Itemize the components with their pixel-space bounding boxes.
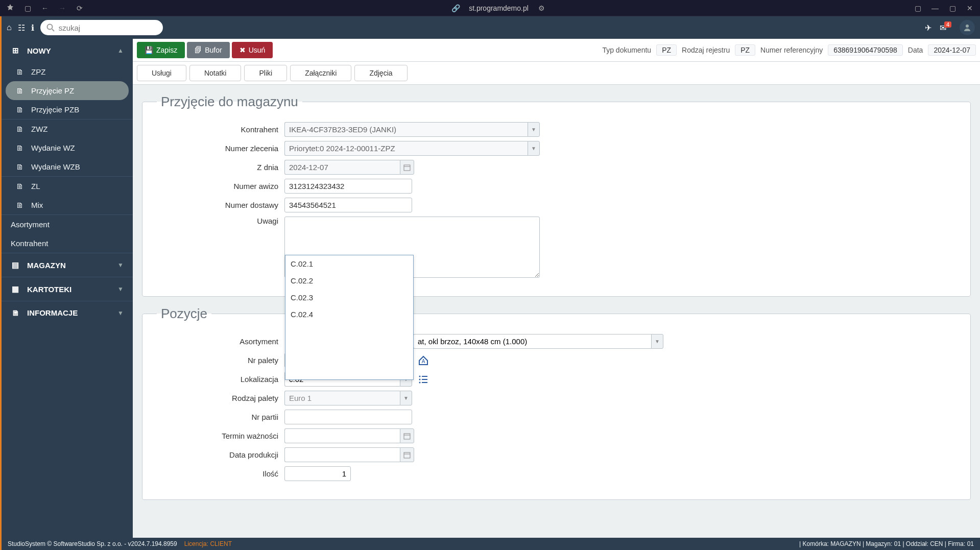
svg-text:A: A [422,358,425,364]
back-icon[interactable]: ← [41,4,49,12]
chevron-up-icon: ▲ [117,47,124,54]
usun-button[interactable]: ✖ Usuń [232,42,273,58]
panel-icon[interactable]: ▢ [914,4,922,12]
calendar-icon [403,164,411,171]
sidebar-item-label: ZWZ [31,125,47,133]
dropdown-button[interactable]: ▼ [651,334,663,349]
sidebar-section-nowy[interactable]: ⊞ NOWY ▲ [2,39,133,62]
sidebar-item-zwz[interactable]: 🗎 ZWZ [2,119,133,138]
sidebar-item-asortyment[interactable]: Asortyment [2,215,133,234]
tab-zdjecia[interactable]: Zdjęcia [354,65,407,81]
delete-icon: ✖ [240,46,246,54]
sidebar-item-label: Wydanie WZ [31,144,75,152]
sidebar-item-wydanie-wz[interactable]: 🗎 Wydanie WZ [2,138,133,157]
list-icon[interactable]: ☷ [18,23,25,33]
tab-zalaczniki[interactable]: Załączniki [290,65,351,81]
meta-typ-value: PZ [656,44,677,56]
numer-zlecenia-combo[interactable]: ▼ [284,141,540,156]
sidebar-label: NOWY [27,46,51,55]
zapisz-button[interactable]: 💾 Zapisz [137,42,185,58]
scan-icon: A [418,355,429,366]
minimize-icon[interactable]: — [931,4,939,12]
calendar-button[interactable] [400,160,414,175]
info-icon[interactable]: ℹ [31,23,34,33]
svg-point-6 [419,375,421,377]
doc-icon: 🗎 [15,105,24,114]
tab-notatki[interactable]: Notatki [189,65,242,81]
panel-pozycje: Pozycje Asortyment ▼ Nr palety A Lokaliz… [142,306,971,500]
plane-icon[interactable]: ✈ [925,23,931,33]
meta-data-value: 2024-12-07 [928,44,976,56]
sidebar-item-przyjecie-pz[interactable]: 🗎 Przyjęcie PZ [6,81,129,100]
dropdown-option[interactable]: C.02.3 [285,289,413,306]
maximize-icon[interactable]: ▢ [948,4,957,12]
sidebar-item-wydanie-wzb[interactable]: 🗎 Wydanie WZB [2,157,133,176]
meta-numer-value: 6386919064790598 [828,44,903,56]
sidebar-label: KARTOTEKI [27,285,71,294]
dropdown-option[interactable]: C.02.1 [285,255,413,272]
numer-awizo-input[interactable] [284,179,412,194]
data-prod-input[interactable] [284,447,400,462]
dropdown-button[interactable]: ▼ [528,122,540,137]
footer-status: | Komórka: MAGAZYN | Magazyn: 01 | Oddzi… [799,540,974,547]
reload-icon[interactable]: ⟳ [76,4,84,12]
sidebar-section-informacje[interactable]: 🗎 INFORMACJE ▼ [2,301,133,324]
label-asortyment: Asortyment [157,337,284,346]
panel-legend: Pozycje [157,306,211,322]
bufor-button[interactable]: 🗐 Bufor [187,42,229,58]
label-z-dnia: Z dnia [157,163,284,172]
search-input[interactable] [59,23,157,32]
svg-point-8 [419,378,421,380]
browser-chrome: ▢ ← → ⟳ 🔗 st.programdemo.pl ⚙ ▢ — ▢ ✕ [0,0,980,16]
tabs: Usługi Notatki Pliki Załączniki Zdjęcia [133,62,980,85]
tab-uslugi[interactable]: Usługi [137,65,186,81]
sidebar-section-kartoteki[interactable]: ▦ KARTOTEKI ▼ [2,277,133,301]
label-nr-partii: Nr partii [157,413,284,421]
sidebar-item-label: ZPZ [31,67,45,76]
label-uwagi: Uwagi [157,217,284,225]
tune-icon[interactable]: ⚙ [538,4,546,12]
kontrahent-combo[interactable]: ▼ [284,122,540,137]
numer-dostawy-input[interactable] [284,198,412,212]
sidebar-section-magazyn[interactable]: ▤ MAGAZYN ▼ [2,253,133,277]
meta-label: Typ dokumentu [602,46,651,54]
label-rodzaj-palety: Rodzaj palety [157,394,284,402]
termin-input[interactable] [284,428,400,443]
sidebar-item-zl[interactable]: 🗎 ZL [2,177,133,196]
dropdown-button[interactable]: ▼ [528,141,540,156]
scan-button[interactable]: A [416,353,431,368]
home-icon[interactable]: ⌂ [7,23,12,32]
forward-icon[interactable]: → [58,4,66,12]
ilosc-input[interactable] [284,466,351,481]
doc-icon: 🗎 [15,162,24,171]
footer-copyright: StudioSystem © SoftwareStudio Sp. z o.o.… [8,540,177,547]
calendar-button[interactable] [400,447,414,462]
sidebar-toggle-icon[interactable]: ▢ [23,4,32,12]
z-dnia-input[interactable] [284,160,400,175]
sidebar-item-przyjecie-pzb[interactable]: 🗎 Przyjęcie PZB [2,100,133,119]
rodzaj-palety-input[interactable] [284,391,400,405]
numer-zlecenia-input[interactable] [284,141,528,156]
lokalizacja-dropdown[interactable]: C.02.1 C.02.2 C.02.3 C.02.4 [285,255,414,380]
sidebar-item-zpz[interactable]: 🗎 ZPZ [2,62,133,81]
kontrahent-input[interactable] [284,122,528,137]
asortyment-input[interactable] [413,334,651,349]
dropdown-option[interactable]: C.02.4 [285,306,413,323]
list-button[interactable] [416,372,431,387]
doc-icon: 🗎 [15,86,24,95]
close-icon[interactable]: ✕ [966,4,974,12]
sidebar-item-kontrahent[interactable]: Kontrahent [2,234,133,253]
panel-legend: Przyjęcie do magazynu [157,94,302,110]
tab-pliki[interactable]: Pliki [244,65,287,81]
calendar-button[interactable] [400,428,414,443]
dropdown-option[interactable]: C.02.2 [285,272,413,289]
sidebar-label: INFORMACJE [27,308,78,317]
nr-partii-input[interactable] [284,410,412,424]
sidebar-label: MAGAZYN [27,261,66,270]
btn-label: Bufor [205,46,222,54]
warehouse-icon: ▤ [11,260,20,270]
user-avatar[interactable] [960,20,975,35]
dropdown-button[interactable]: ▼ [400,391,412,405]
url-text: st.programdemo.pl [469,4,529,12]
sidebar-item-mix[interactable]: 🗎 Mix [2,196,133,214]
